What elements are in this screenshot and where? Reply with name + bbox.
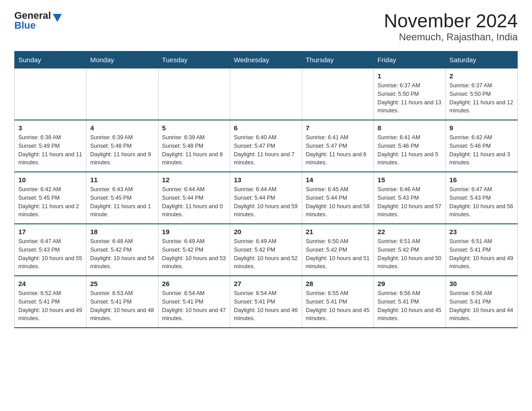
calendar-body: 1Sunrise: 6:37 AM Sunset: 5:50 PM Daylig… xyxy=(15,68,518,328)
week-row-5: 24Sunrise: 6:52 AM Sunset: 5:41 PM Dayli… xyxy=(15,276,518,328)
weekday-header-sunday: Sunday xyxy=(15,51,86,68)
weekday-header-saturday: Saturday xyxy=(446,51,517,68)
day-number: 7 xyxy=(306,124,370,132)
logo: General Blue xyxy=(14,11,62,30)
calendar-cell: 4Sunrise: 6:39 AM Sunset: 5:48 PM Daylig… xyxy=(86,120,158,172)
calendar-cell: 5Sunrise: 6:39 AM Sunset: 5:48 PM Daylig… xyxy=(158,120,230,172)
week-row-3: 10Sunrise: 6:42 AM Sunset: 5:45 PM Dayli… xyxy=(15,172,518,224)
weekday-header-monday: Monday xyxy=(86,51,158,68)
day-number: 15 xyxy=(378,176,442,184)
day-info: Sunrise: 6:44 AM Sunset: 5:44 PM Dayligh… xyxy=(162,185,226,219)
day-info: Sunrise: 6:53 AM Sunset: 5:41 PM Dayligh… xyxy=(90,289,154,323)
day-number: 18 xyxy=(90,228,154,235)
calendar-cell: 22Sunrise: 6:51 AM Sunset: 5:42 PM Dayli… xyxy=(374,224,446,276)
day-number: 3 xyxy=(18,124,82,132)
day-info: Sunrise: 6:56 AM Sunset: 5:41 PM Dayligh… xyxy=(450,289,514,323)
calendar-cell xyxy=(230,68,302,120)
day-info: Sunrise: 6:54 AM Sunset: 5:41 PM Dayligh… xyxy=(234,289,298,323)
calendar-cell: 23Sunrise: 6:51 AM Sunset: 5:41 PM Dayli… xyxy=(446,224,517,276)
day-number: 22 xyxy=(378,228,442,235)
calendar-cell: 25Sunrise: 6:53 AM Sunset: 5:41 PM Dayli… xyxy=(86,276,158,328)
day-info: Sunrise: 6:40 AM Sunset: 5:47 PM Dayligh… xyxy=(234,133,298,167)
logo-triangle-icon xyxy=(53,14,62,22)
calendar-cell xyxy=(158,68,230,120)
day-number: 9 xyxy=(450,124,514,132)
calendar-cell xyxy=(302,68,373,120)
day-info: Sunrise: 6:43 AM Sunset: 5:45 PM Dayligh… xyxy=(90,185,154,219)
day-info: Sunrise: 6:41 AM Sunset: 5:47 PM Dayligh… xyxy=(306,133,370,167)
calendar-cell xyxy=(15,68,86,120)
day-number: 30 xyxy=(450,280,514,287)
calendar-cell: 14Sunrise: 6:45 AM Sunset: 5:44 PM Dayli… xyxy=(302,172,373,224)
day-info: Sunrise: 6:51 AM Sunset: 5:42 PM Dayligh… xyxy=(378,237,442,271)
day-info: Sunrise: 6:38 AM Sunset: 5:49 PM Dayligh… xyxy=(18,133,82,167)
day-number: 11 xyxy=(90,176,154,184)
calendar-cell: 11Sunrise: 6:43 AM Sunset: 5:45 PM Dayli… xyxy=(86,172,158,224)
day-number: 24 xyxy=(18,280,82,287)
calendar-cell: 28Sunrise: 6:55 AM Sunset: 5:41 PM Dayli… xyxy=(302,276,373,328)
day-number: 29 xyxy=(378,280,442,287)
week-row-4: 17Sunrise: 6:47 AM Sunset: 5:43 PM Dayli… xyxy=(15,224,518,276)
day-number: 23 xyxy=(450,228,514,235)
weekday-header-tuesday: Tuesday xyxy=(158,51,230,68)
calendar-cell: 2Sunrise: 6:37 AM Sunset: 5:50 PM Daylig… xyxy=(446,68,517,120)
day-info: Sunrise: 6:52 AM Sunset: 5:41 PM Dayligh… xyxy=(18,289,82,323)
day-number: 21 xyxy=(306,228,370,235)
day-number: 25 xyxy=(90,280,154,287)
calendar-cell: 17Sunrise: 6:47 AM Sunset: 5:43 PM Dayli… xyxy=(15,224,86,276)
day-info: Sunrise: 6:50 AM Sunset: 5:42 PM Dayligh… xyxy=(306,237,370,271)
week-row-2: 3Sunrise: 6:38 AM Sunset: 5:49 PM Daylig… xyxy=(15,120,518,172)
day-info: Sunrise: 6:47 AM Sunset: 5:43 PM Dayligh… xyxy=(18,237,82,271)
calendar-cell: 30Sunrise: 6:56 AM Sunset: 5:41 PM Dayli… xyxy=(446,276,517,328)
day-info: Sunrise: 6:44 AM Sunset: 5:44 PM Dayligh… xyxy=(234,185,298,219)
day-number: 8 xyxy=(378,124,442,132)
day-info: Sunrise: 6:46 AM Sunset: 5:43 PM Dayligh… xyxy=(378,185,442,219)
day-info: Sunrise: 6:56 AM Sunset: 5:41 PM Dayligh… xyxy=(378,289,442,323)
day-info: Sunrise: 6:47 AM Sunset: 5:43 PM Dayligh… xyxy=(450,185,514,219)
day-info: Sunrise: 6:41 AM Sunset: 5:46 PM Dayligh… xyxy=(378,133,442,167)
day-number: 26 xyxy=(162,280,226,287)
day-number: 17 xyxy=(18,228,82,235)
calendar-cell: 16Sunrise: 6:47 AM Sunset: 5:43 PM Dayli… xyxy=(446,172,517,224)
calendar-cell: 13Sunrise: 6:44 AM Sunset: 5:44 PM Dayli… xyxy=(230,172,302,224)
calendar-title: November 2024 xyxy=(384,11,518,31)
day-number: 2 xyxy=(450,72,514,80)
day-info: Sunrise: 6:45 AM Sunset: 5:44 PM Dayligh… xyxy=(306,185,370,219)
calendar-cell: 8Sunrise: 6:41 AM Sunset: 5:46 PM Daylig… xyxy=(374,120,446,172)
calendar-cell xyxy=(86,68,158,120)
weekday-header-row: SundayMondayTuesdayWednesdayThursdayFrid… xyxy=(15,51,518,68)
day-number: 10 xyxy=(18,176,82,184)
day-number: 27 xyxy=(234,280,298,287)
calendar-cell: 19Sunrise: 6:49 AM Sunset: 5:42 PM Dayli… xyxy=(158,224,230,276)
weekday-header-friday: Friday xyxy=(374,51,446,68)
calendar-cell: 10Sunrise: 6:42 AM Sunset: 5:45 PM Dayli… xyxy=(15,172,86,224)
day-info: Sunrise: 6:49 AM Sunset: 5:42 PM Dayligh… xyxy=(234,237,298,271)
day-number: 14 xyxy=(306,176,370,184)
weekday-header-thursday: Thursday xyxy=(302,51,373,68)
calendar-cell: 3Sunrise: 6:38 AM Sunset: 5:49 PM Daylig… xyxy=(15,120,86,172)
calendar-cell: 15Sunrise: 6:46 AM Sunset: 5:43 PM Dayli… xyxy=(374,172,446,224)
day-info: Sunrise: 6:54 AM Sunset: 5:41 PM Dayligh… xyxy=(162,289,226,323)
day-number: 13 xyxy=(234,176,298,184)
day-info: Sunrise: 6:42 AM Sunset: 5:46 PM Dayligh… xyxy=(450,133,514,167)
logo-general-text: General xyxy=(14,11,51,21)
calendar-cell: 18Sunrise: 6:48 AM Sunset: 5:42 PM Dayli… xyxy=(86,224,158,276)
calendar-cell: 20Sunrise: 6:49 AM Sunset: 5:42 PM Dayli… xyxy=(230,224,302,276)
day-info: Sunrise: 6:39 AM Sunset: 5:48 PM Dayligh… xyxy=(90,133,154,167)
title-block: November 2024 Neemuch, Rajasthan, India xyxy=(384,11,518,43)
day-number: 6 xyxy=(234,124,298,132)
calendar-cell: 27Sunrise: 6:54 AM Sunset: 5:41 PM Dayli… xyxy=(230,276,302,328)
calendar-cell: 26Sunrise: 6:54 AM Sunset: 5:41 PM Dayli… xyxy=(158,276,230,328)
weekday-header-wednesday: Wednesday xyxy=(230,51,302,68)
day-info: Sunrise: 6:42 AM Sunset: 5:45 PM Dayligh… xyxy=(18,185,82,219)
day-number: 28 xyxy=(306,280,370,287)
day-info: Sunrise: 6:48 AM Sunset: 5:42 PM Dayligh… xyxy=(90,237,154,271)
day-info: Sunrise: 6:37 AM Sunset: 5:50 PM Dayligh… xyxy=(378,81,442,115)
calendar-cell: 6Sunrise: 6:40 AM Sunset: 5:47 PM Daylig… xyxy=(230,120,302,172)
calendar-subtitle: Neemuch, Rajasthan, India xyxy=(384,31,518,43)
page-header: General Blue November 2024 Neemuch, Raja… xyxy=(14,11,518,43)
calendar-cell: 12Sunrise: 6:44 AM Sunset: 5:44 PM Dayli… xyxy=(158,172,230,224)
calendar-cell: 21Sunrise: 6:50 AM Sunset: 5:42 PM Dayli… xyxy=(302,224,373,276)
calendar-table: SundayMondayTuesdayWednesdayThursdayFrid… xyxy=(14,51,518,328)
day-number: 20 xyxy=(234,228,298,235)
